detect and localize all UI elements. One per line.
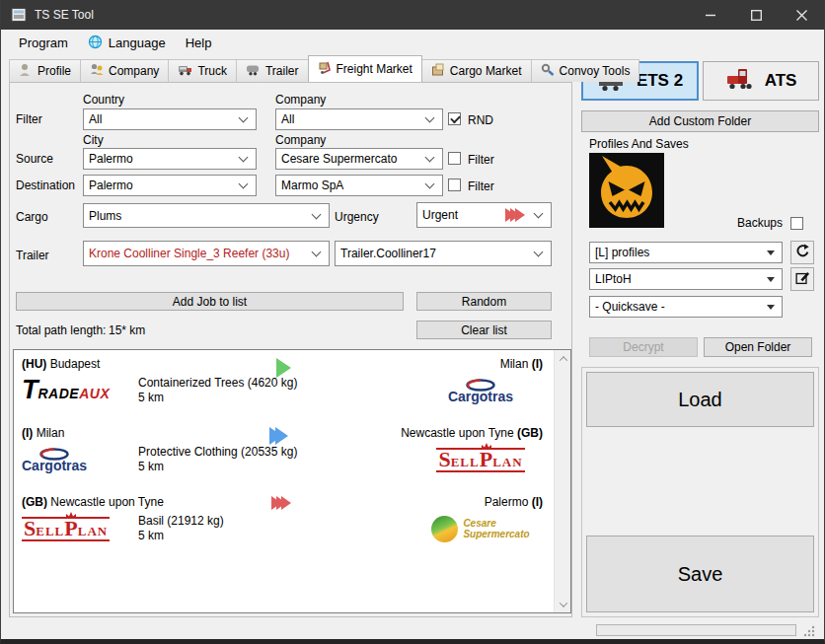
destination-label: Destination (16, 179, 75, 192)
job2-destination: Newcastle upon Tyne (GB) (401, 426, 543, 440)
job3-destination: Palermo (I) (485, 495, 543, 509)
edit-profile-button[interactable] (790, 267, 814, 291)
cargotras-logo: Cargotras (22, 448, 87, 471)
close-button[interactable] (779, 0, 824, 30)
menu-language[interactable]: Language (78, 31, 176, 56)
resize-grip[interactable] (802, 624, 816, 641)
filter-label: Filter (16, 112, 42, 126)
profiles-folder-select[interactable]: [L] profiles (589, 242, 783, 263)
minimize-button[interactable] (688, 0, 733, 30)
job3-cargo: Basil (21912 kg)5 km (130, 514, 422, 543)
scroll-down-icon[interactable] (555, 596, 571, 612)
source-filter-label: Filter (468, 153, 494, 167)
convoy-tools-icon (541, 63, 555, 79)
tab-trailer[interactable]: Trailer (236, 59, 309, 82)
cargotras-logo: Cargotras (448, 379, 513, 402)
backups-row: Backups (581, 216, 803, 230)
job-row-3[interactable]: (GB) Newcastle upon Tyne Palermo (I) SEL… (14, 488, 570, 557)
tab-strip: Profile Company Truck Trailer Freight Ma… (9, 56, 638, 82)
titlebar: TS SE Tool (1, 0, 824, 30)
destination-city-select[interactable]: Palermo (83, 175, 257, 196)
scroll-up-icon[interactable] (555, 350, 571, 367)
save-slot-select[interactable]: - Quicksave - (589, 296, 783, 318)
company-header-2: Company (275, 133, 326, 147)
tab-profile[interactable]: Profile (9, 59, 81, 82)
sellplan-logo: SELLPLAN (436, 448, 524, 472)
total-path-value: 15* km (109, 323, 145, 337)
refresh-icon (795, 244, 810, 261)
trailer-variant-select[interactable]: Trailer.Coolliner17 (335, 241, 552, 266)
job-list-scrollbar[interactable] (554, 350, 570, 612)
urgent-chevrons-icon (510, 208, 525, 222)
load-button[interactable]: Load (586, 372, 814, 427)
random-button[interactable]: Random (416, 292, 552, 311)
profile-select[interactable]: LIPtoH (589, 268, 783, 290)
tab-truck[interactable]: Truck (168, 59, 237, 82)
urgency-arrow-blue-icon (276, 427, 288, 448)
decrypt-button[interactable]: Decrypt (589, 337, 698, 357)
filter-country-select[interactable]: All (83, 108, 257, 130)
filter-company-select[interactable]: All (275, 108, 443, 130)
freight-market-icon (318, 61, 332, 77)
progress-bar (596, 624, 796, 636)
cargo-select[interactable]: Plums (83, 203, 330, 228)
job-row-2[interactable]: (I) Milan Newcastle upon Tyne (GB) Cargo… (14, 419, 570, 488)
rnd-checkbox[interactable] (448, 112, 461, 125)
edit-icon (795, 270, 810, 288)
app-window: TS SE Tool Program Language Help Profile… (0, 0, 825, 644)
rnd-label: RND (468, 113, 493, 127)
job3-origin: (GB) Newcastle upon Tyne (22, 495, 164, 509)
app-icon (11, 7, 27, 23)
destination-filter-checkbox[interactable] (448, 179, 461, 191)
globe-icon (88, 35, 103, 52)
tab-freight-market[interactable]: Freight Market (308, 55, 422, 82)
cargo-market-icon (431, 63, 445, 79)
source-filter-checkbox[interactable] (448, 152, 461, 165)
cesare-supermercato-logo: CesareSupermercato (431, 516, 529, 542)
tradeaux-logo: TRADEAUX (22, 380, 110, 401)
trailer-label: Trailer (16, 249, 49, 262)
job1-destination: Milan (I) (500, 357, 543, 371)
ats-button[interactable]: ATS (703, 61, 819, 101)
cesare-circle-icon (431, 516, 458, 542)
clear-list-button[interactable]: Clear list (416, 321, 552, 339)
maximize-button[interactable] (733, 0, 779, 30)
trailer-select[interactable]: Krone Coolliner Single_3 Reefer (33u) (83, 241, 330, 266)
city-header: City (83, 133, 104, 147)
company-icon (90, 63, 104, 79)
add-custom-folder-button[interactable]: Add Custom Folder (581, 110, 819, 132)
menu-help[interactable]: Help (176, 32, 222, 54)
tab-company[interactable]: Company (80, 59, 169, 82)
trailer-icon (246, 64, 261, 79)
crown-icon (481, 443, 492, 450)
menu-program[interactable]: Program (9, 32, 78, 54)
source-city-select[interactable]: Palermo (83, 148, 257, 170)
destination-company-select[interactable]: Marmo SpA (275, 175, 443, 196)
job-row-1[interactable]: (HU) Budapest Milan (I) TRADEAUX Contain… (14, 350, 570, 419)
crown-icon (65, 512, 77, 519)
tab-cargo-market[interactable]: Cargo Market (421, 59, 532, 82)
profiles-and-saves-label: Profiles And Saves (589, 137, 689, 151)
window-title: TS SE Tool (35, 8, 94, 22)
job2-origin: (I) Milan (22, 426, 64, 440)
backups-label: Backups (737, 216, 783, 230)
refresh-button[interactable] (790, 241, 814, 264)
destination-filter-label: Filter (468, 179, 494, 193)
load-save-group: Load Save (581, 367, 819, 617)
profile-icon (19, 63, 33, 79)
urgency-label: Urgency (335, 210, 379, 224)
save-button[interactable]: Save (586, 536, 814, 612)
source-company-select[interactable]: Cesare Supermercato (275, 148, 443, 170)
tab-convoy-tools[interactable]: Convoy Tools (531, 59, 640, 82)
add-job-button[interactable]: Add Job to list (16, 292, 404, 311)
cargo-label: Cargo (16, 210, 48, 224)
open-folder-button[interactable]: Open Folder (704, 337, 812, 357)
backups-checkbox[interactable] (790, 217, 803, 230)
country-header: Country (83, 93, 124, 107)
ats-truck-icon (725, 65, 755, 97)
company-header: Company (275, 93, 326, 107)
urgency-arrow-green-icon (276, 358, 291, 381)
urgency-select[interactable]: Urgent (416, 202, 552, 228)
urgency-arrow-red-icon (276, 496, 291, 513)
job-list: (HU) Budapest Milan (I) TRADEAUX Contain… (13, 349, 571, 613)
